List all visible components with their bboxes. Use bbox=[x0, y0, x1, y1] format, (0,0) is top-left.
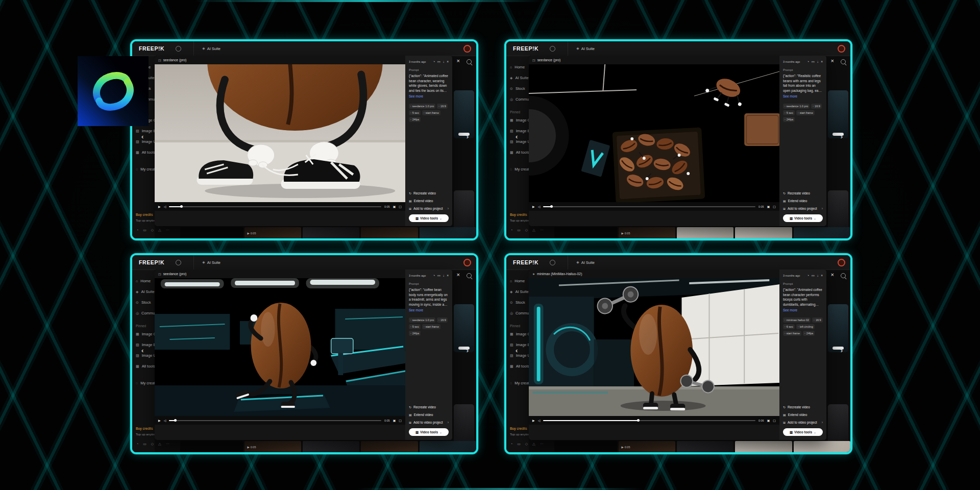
extend-video-button[interactable]: ▤Extend video bbox=[409, 411, 449, 418]
sidebar-item-ai-suite[interactable]: ◈AI Suite bbox=[510, 286, 529, 297]
related-video-thumbnail[interactable] bbox=[454, 190, 474, 230]
sidebar-item-home[interactable]: ⌂Home bbox=[136, 276, 155, 286]
progress-bar[interactable] bbox=[169, 206, 381, 207]
play-button[interactable]: ▶ bbox=[158, 419, 161, 422]
video-tools-button[interactable]: ▥Video tools⌄ bbox=[783, 428, 823, 436]
video-player[interactable] bbox=[529, 64, 779, 202]
sidebar-item-my-creations[interactable]: ◌My creations bbox=[136, 164, 155, 175]
sidebar-item-my-creations[interactable]: ◌My creations bbox=[510, 164, 529, 175]
history-icon[interactable]: ◔ bbox=[510, 442, 512, 446]
video-tools-button[interactable]: ▥Video tools⌄ bbox=[409, 428, 449, 436]
delete-icon[interactable]: × bbox=[821, 60, 823, 63]
help-icon[interactable]: ◇ bbox=[151, 228, 154, 232]
volume-icon[interactable]: ◁ bbox=[164, 419, 166, 422]
search-icon[interactable] bbox=[467, 59, 472, 64]
pip-icon[interactable]: ▣ bbox=[393, 205, 396, 208]
collapse-circle-icon[interactable] bbox=[550, 260, 555, 265]
add-to-project-button[interactable]: ⊞Add to video project› bbox=[409, 419, 449, 426]
folder-icon[interactable]: ▭ bbox=[437, 60, 440, 63]
progress-bar[interactable] bbox=[543, 420, 755, 421]
more-icon[interactable]: ⋯ bbox=[540, 442, 544, 446]
next-arrow[interactable]: › bbox=[467, 133, 469, 140]
related-video-thumbnail[interactable] bbox=[454, 404, 474, 444]
next-arrow[interactable]: › bbox=[467, 347, 469, 354]
add-to-project-button[interactable]: ⊞Add to video project› bbox=[783, 419, 823, 426]
related-video-thumbnail[interactable] bbox=[454, 304, 474, 352]
sidebar-item-image-upscaler[interactable]: ▨Image Upscaler bbox=[510, 350, 529, 361]
video-player[interactable] bbox=[155, 278, 405, 416]
history-icon[interactable]: ◔ bbox=[136, 442, 138, 446]
related-video-thumbnail[interactable] bbox=[828, 90, 848, 138]
info-icon[interactable]: ◔ bbox=[807, 60, 809, 63]
sidebar-item-all-tools[interactable]: ▩All tools bbox=[510, 361, 529, 372]
recreate-video-button[interactable]: ↻Recreate video bbox=[409, 404, 449, 410]
folder-icon[interactable]: ▭ bbox=[812, 274, 815, 277]
history-icon[interactable]: ◔ bbox=[136, 228, 138, 232]
sidebar-item-home[interactable]: ⌂Home bbox=[510, 62, 529, 72]
prev-arrow[interactable]: ‹ bbox=[516, 133, 518, 140]
close-icon[interactable]: × bbox=[457, 272, 460, 278]
freepik-logo[interactable]: FREEP!K bbox=[513, 45, 538, 52]
next-arrow[interactable]: › bbox=[841, 133, 843, 140]
sidebar-item-image-editor[interactable]: ▧Image Editor bbox=[136, 126, 155, 136]
pip-icon[interactable]: ▣ bbox=[767, 205, 770, 208]
fullscreen-icon[interactable]: ▢ bbox=[773, 205, 776, 208]
sidebar-item-image-generator[interactable]: ▦Image Generator bbox=[510, 115, 529, 126]
sidebar-item-stock[interactable]: ⊙Stock bbox=[136, 297, 155, 308]
video-thumbnail-tile[interactable] bbox=[303, 441, 359, 454]
download-icon[interactable]: ↓ bbox=[443, 274, 444, 277]
more-icon[interactable]: ⋯ bbox=[540, 228, 544, 232]
sidebar-item-ai-suite[interactable]: ◈AI Suite bbox=[510, 72, 529, 83]
play-button[interactable]: ▶ bbox=[532, 205, 535, 208]
video-thumbnail-tile[interactable] bbox=[554, 227, 617, 240]
close-icon[interactable]: × bbox=[831, 58, 834, 64]
recreate-video-button[interactable]: ↻Recreate video bbox=[783, 190, 823, 197]
play-button[interactable]: ▶ bbox=[158, 205, 161, 208]
tab-ai-suite[interactable]: ◈ AI Suite bbox=[568, 255, 595, 270]
video-tools-button[interactable]: ▥Video tools⌄ bbox=[783, 214, 823, 222]
add-to-project-button[interactable]: ⊞Add to video project› bbox=[409, 205, 449, 212]
volume-icon[interactable]: ◁ bbox=[164, 205, 166, 208]
fullscreen-icon[interactable]: ▢ bbox=[399, 419, 402, 422]
video-thumbnail-tile[interactable] bbox=[180, 441, 243, 454]
video-thumbnail-tile[interactable] bbox=[794, 441, 850, 454]
related-video-thumbnail[interactable] bbox=[828, 190, 848, 230]
volume-icon[interactable]: ◁ bbox=[538, 205, 541, 208]
fullscreen-icon[interactable]: ▢ bbox=[399, 205, 402, 208]
avatar[interactable] bbox=[838, 45, 845, 53]
delete-icon[interactable]: × bbox=[821, 274, 823, 277]
sidebar-item-image-upscaler[interactable]: ▨Image Upscaler bbox=[136, 350, 155, 361]
bell-icon[interactable]: △ bbox=[158, 228, 161, 232]
recreate-video-button[interactable]: ↻Recreate video bbox=[783, 404, 823, 410]
more-icon[interactable]: ⋯ bbox=[166, 228, 169, 232]
delete-icon[interactable]: × bbox=[447, 60, 449, 63]
bell-icon[interactable]: △ bbox=[158, 442, 161, 446]
tab-ai-suite[interactable]: ◈ AI Suite bbox=[193, 255, 220, 270]
sidebar-item-all-tools[interactable]: ▩All tools bbox=[510, 147, 529, 158]
help-icon[interactable]: ◇ bbox=[151, 442, 154, 446]
sidebar-item-image-upscaler[interactable]: ▨Image Upscaler bbox=[510, 136, 529, 147]
freepik-logo[interactable]: FREEP!K bbox=[513, 259, 538, 265]
play-button[interactable]: ▶ bbox=[532, 419, 535, 422]
tab-ai-suite[interactable]: ◈ AI Suite bbox=[193, 41, 220, 56]
video-thumbnail-tile[interactable] bbox=[677, 227, 733, 240]
inbox-icon[interactable]: ▭ bbox=[517, 442, 521, 446]
video-player[interactable] bbox=[155, 64, 405, 202]
freepik-logo[interactable]: FREEP!K bbox=[139, 259, 164, 265]
close-icon[interactable]: × bbox=[457, 58, 460, 64]
collapse-circle-icon[interactable] bbox=[550, 46, 555, 52]
info-icon[interactable]: ◔ bbox=[433, 60, 435, 63]
folder-icon[interactable]: ▭ bbox=[437, 274, 440, 277]
sidebar-item-image-editor[interactable]: ▧Image Editor bbox=[510, 339, 529, 350]
video-thumbnail-tile[interactable] bbox=[180, 227, 243, 240]
sidebar-item-home[interactable]: ⌂Home bbox=[510, 276, 529, 286]
sidebar-item-image-generator[interactable]: ▦Image Generator bbox=[510, 329, 529, 339]
video-thumbnail-tile[interactable]: ▶0:05 bbox=[619, 227, 675, 240]
download-icon[interactable]: ↓ bbox=[817, 274, 818, 277]
sidebar-item-ai-suite[interactable]: ◈AI Suite bbox=[136, 286, 155, 297]
add-to-project-button[interactable]: ⊞Add to video project› bbox=[783, 205, 823, 212]
video-player[interactable] bbox=[529, 278, 779, 416]
sidebar-item-image-upscaler[interactable]: ▨Image Upscaler bbox=[136, 136, 155, 147]
progress-bar[interactable] bbox=[543, 206, 755, 207]
progress-bar[interactable] bbox=[169, 420, 381, 421]
